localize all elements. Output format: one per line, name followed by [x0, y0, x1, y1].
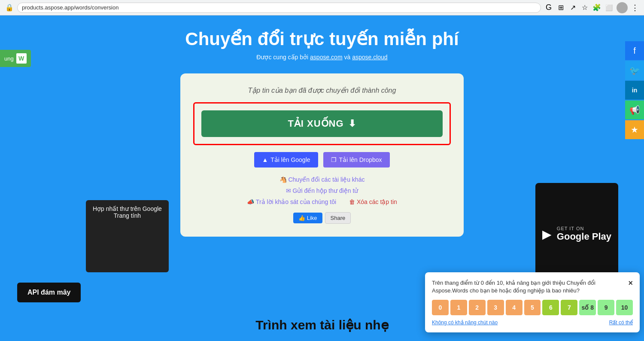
facebook-like-button[interactable]: 👍 Like: [293, 213, 322, 223]
survey-num-0[interactable]: 0: [432, 300, 449, 315]
translate-icon[interactable]: ⊞: [556, 3, 565, 12]
lock-icon: 🔒: [5, 3, 14, 12]
survey-num-1[interactable]: 1: [450, 300, 467, 315]
extensions-icon[interactable]: 🧩: [592, 3, 601, 12]
survey-num-6[interactable]: 6: [542, 300, 559, 315]
survey-close-button[interactable]: ×: [628, 279, 633, 287]
action-links: 🐴 Chuyển đổi các tài liệu khác ✉ Gửi đến…: [193, 176, 451, 205]
bookmark-icon[interactable]: ☆: [580, 3, 589, 12]
dropbox-label: Tải lên Dropbox: [339, 156, 382, 163]
convert-icon: 🐴: [279, 176, 287, 183]
cloud-buttons: ▲ Tải lên Google ❐ Tải lên Dropbox: [193, 152, 451, 167]
survey-link[interactable]: 📣 Trả lời khảo sát của chúng tôi: [247, 198, 336, 205]
survey-footer: Không có khả năng chút nào Rất có thể: [432, 320, 633, 326]
dropbox-icon: ❐: [331, 156, 337, 163]
google-drive-label: Tải lên Google: [270, 156, 310, 163]
play-text: GET IT ON Google Play: [557, 226, 611, 242]
download-icon: ⬇: [348, 118, 356, 129]
browser-bar: 🔒 products.aspose.app/words/conversion G…: [0, 0, 644, 15]
facebook-like-bar: 👍 Like Share: [193, 212, 451, 224]
twitter-social-button[interactable]: 🐦: [625, 61, 644, 80]
facebook-icon: f: [633, 46, 636, 56]
download-box: TẢI XUỐNG ⬇: [193, 102, 451, 145]
social-sidebar: f 🐦 in 📢 ★: [625, 41, 644, 139]
survey-numbers: 0 1 2 3 4 5 6 7 số 8 9 10: [432, 300, 633, 315]
linkedin-social-button[interactable]: in: [625, 81, 644, 100]
facebook-social-button[interactable]: f: [625, 41, 644, 60]
dropbox-button[interactable]: ❐ Tải lên Dropbox: [323, 152, 390, 167]
success-message: Tập tin của bạn đã được chuyển đổi thành…: [193, 86, 451, 94]
email-icon: ✉: [286, 187, 291, 194]
left-tab[interactable]: ung W: [0, 50, 31, 67]
megaphone-icon: 📢: [629, 105, 640, 115]
word-icon: W: [16, 53, 27, 64]
left-tab-label: ung: [4, 55, 14, 62]
no-chance-link[interactable]: Không có khả năng chút nào: [432, 320, 498, 326]
send-email-link[interactable]: ✉ Gửi đến hộp thư điện tử: [193, 187, 451, 194]
google-icon: G: [544, 3, 553, 12]
tooltip-box: Hợp nhất thư trên Google Trang tính: [86, 200, 169, 272]
survey-popup: × Trên thang điểm từ 0 đến 10, khả năng …: [425, 272, 640, 332]
share-icon[interactable]: ↗: [568, 3, 577, 12]
aspose-com-link[interactable]: aspose.com: [310, 54, 342, 61]
action-row: 📣 Trả lời khảo sát của chúng tôi 🗑 Xóa c…: [193, 198, 451, 205]
survey-num-5[interactable]: 5: [524, 300, 541, 315]
url-text: products.aspose.app/words/conversion: [22, 4, 118, 11]
survey-num-4[interactable]: 4: [506, 300, 522, 315]
survey-num-8[interactable]: số 8: [579, 300, 596, 315]
survey-num-3[interactable]: 3: [487, 300, 504, 315]
trash-icon: 🗑: [349, 198, 355, 205]
api-button[interactable]: API đám mây: [17, 283, 81, 302]
google-play-banner[interactable]: ▶ GET IT ON Google Play: [535, 183, 618, 285]
survey-num-2[interactable]: 2: [469, 300, 486, 315]
delete-link[interactable]: 🗑 Xóa các tập tin: [349, 198, 397, 205]
facebook-share-button[interactable]: Share: [325, 212, 351, 224]
aspose-cloud-link[interactable]: aspose.cloud: [352, 54, 388, 61]
menu-icon[interactable]: ⋮: [631, 3, 639, 12]
page-title: Chuyển đổi trực tuyến miễn phí: [0, 28, 644, 49]
survey-num-10[interactable]: 10: [616, 300, 633, 315]
survey-title: Trên thang điểm từ 0 đến 10, khả năng bạ…: [432, 279, 633, 295]
survey-icon: 📣: [247, 198, 254, 205]
google-drive-icon: ▲: [262, 156, 268, 163]
tooltip-line2: Trang tính: [93, 212, 162, 219]
convert-other-link[interactable]: 🐴 Chuyển đổi các tài liệu khác: [193, 176, 451, 183]
tooltip-line1: Hợp nhất thư trên Google: [93, 205, 162, 212]
survey-num-7[interactable]: 7: [561, 300, 577, 315]
conversion-card: Tập tin của bạn đã được chuyển đổi thành…: [180, 73, 464, 237]
url-bar[interactable]: products.aspose.app/words/conversion: [17, 3, 541, 13]
window-icon[interactable]: ⬜: [605, 3, 613, 12]
star-social-button[interactable]: ★: [625, 120, 644, 139]
user-avatar[interactable]: [617, 2, 628, 13]
play-triangle-icon: ▶: [542, 227, 552, 241]
linkedin-icon: in: [632, 87, 637, 94]
google-drive-button[interactable]: ▲ Tải lên Google: [254, 152, 318, 167]
page-content: ung W Chuyển đổi trực tuyến miễn phí Đượ…: [0, 15, 644, 341]
star-icon: ★: [631, 125, 638, 135]
thumbs-up-icon: 👍: [298, 215, 305, 221]
browser-icons: G ⊞ ↗ ☆ 🧩 ⬜ ⋮: [544, 2, 639, 13]
subtitle: Được cung cấp bởi aspose.com và aspose.c…: [0, 54, 644, 61]
survey-num-9[interactable]: 9: [598, 300, 614, 315]
get-it-on-label: GET IT ON: [557, 226, 611, 231]
download-btn-label: TẢI XUỐNG: [288, 118, 343, 129]
twitter-icon: 🐦: [629, 65, 640, 76]
very-likely-link[interactable]: Rất có thể: [609, 320, 633, 326]
megaphone-social-button[interactable]: 📢: [625, 100, 644, 119]
download-button[interactable]: TẢI XUỐNG ⬇: [201, 110, 443, 137]
google-play-label: Google Play: [557, 231, 611, 242]
